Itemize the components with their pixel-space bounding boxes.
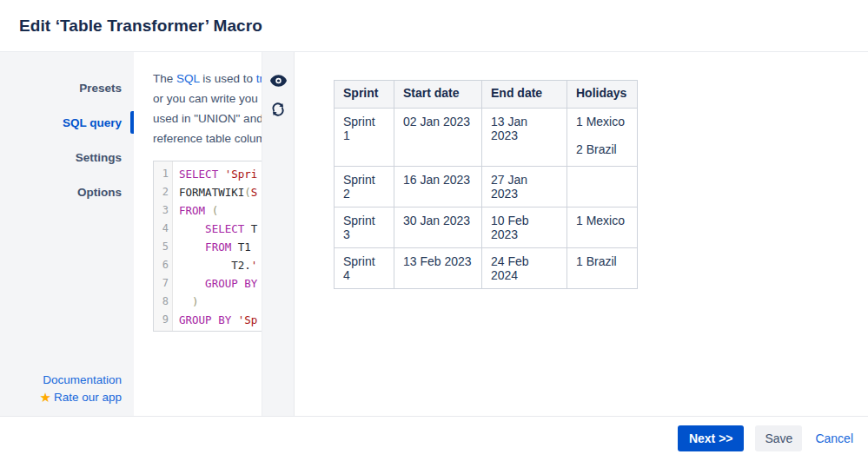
sql-code-editor[interactable]: 123456789 SELECT 'SpriFORMATWIKI(SFROM (… (153, 161, 262, 332)
line-number: 3 (154, 201, 169, 220)
code-line: FORMATWIKI(S (179, 183, 257, 201)
code-line: GROUP BY (179, 274, 257, 293)
table-row: Sprint 413 Feb 202324 Feb 20241 Brazil (335, 248, 638, 289)
table-cell: Sprint 3 (335, 207, 394, 248)
cancel-link[interactable]: Cancel (815, 431, 853, 445)
description-line: reference table colum (153, 128, 262, 148)
eye-icon (270, 75, 287, 87)
code-line: FROM T1 (179, 238, 257, 256)
sidebar-nav: PresetsSQL querySettingsOptions (0, 70, 134, 209)
description-link[interactable]: tr (256, 72, 262, 85)
sidebar-item-sql-query[interactable]: SQL query (0, 105, 134, 140)
preview-eye-button[interactable] (269, 72, 287, 89)
code-line: GROUP BY 'Sp (179, 311, 257, 329)
dialog-body: PresetsSQL querySettingsOptions Document… (0, 52, 868, 417)
line-number: 5 (154, 238, 169, 256)
code-line: ) (179, 293, 257, 311)
table-cell: 10 Feb 2023 (482, 207, 567, 248)
dialog-footer: Next >> Save Cancel (0, 417, 868, 460)
editor-toolbar (262, 52, 295, 416)
documentation-link[interactable]: Documentation (43, 373, 122, 386)
code-line-numbers: 123456789 (154, 161, 173, 331)
table-cell: Sprint 4 (335, 248, 394, 289)
table-row: Sprint 216 Jan 202327 Jan 2023 (335, 167, 638, 207)
code-line: SELECT T (179, 220, 257, 238)
table-header-row: SprintStart dateEnd dateHolidays (335, 81, 638, 109)
sidebar: PresetsSQL querySettingsOptions Document… (0, 52, 134, 416)
preview-table: SprintStart dateEnd dateHolidays Sprint … (334, 80, 638, 289)
save-button[interactable]: Save (755, 425, 802, 451)
sql-editor-panel: The SQL is used to tror you can write yo… (134, 52, 262, 416)
sidebar-links: Documentation ★Rate our app (39, 372, 122, 406)
line-number: 4 (154, 220, 169, 238)
table-row: Sprint 102 Jan 202313 Jan 20231 Mexico2 … (335, 109, 638, 167)
table-header-cell: Holidays (567, 81, 638, 109)
description-line: The SQL is used to tr (153, 69, 262, 89)
code-line: SELECT 'Spri (179, 165, 257, 183)
rate-our-app-link[interactable]: Rate our app (54, 391, 122, 404)
table-cell: 13 Feb 2023 (394, 248, 482, 289)
table-row: Sprint 330 Jan 202310 Feb 20231 Mexico (335, 207, 638, 248)
description-line: used in "UNION" and (153, 109, 262, 128)
sidebar-item-options[interactable]: Options (0, 175, 134, 209)
table-cell: Sprint 2 (335, 167, 394, 207)
table-cell: 16 Jan 2023 (394, 167, 482, 207)
code-line: FROM ( (179, 201, 257, 220)
table-header-cell: Start date (394, 81, 482, 109)
line-number: 2 (154, 183, 169, 201)
line-number: 9 (154, 311, 169, 329)
refresh-button[interactable] (269, 101, 287, 118)
star-icon: ★ (39, 390, 50, 405)
table-cell-holidays: 1 Mexico (567, 207, 638, 248)
sql-description: The SQL is used to tror you can write yo… (153, 69, 262, 148)
result-preview-area: SprintStart dateEnd dateHolidays Sprint … (295, 52, 868, 416)
table-cell: 27 Jan 2023 (482, 167, 567, 207)
table-cell: 13 Jan 2023 (482, 109, 567, 167)
description-link[interactable]: SQL (176, 72, 200, 85)
table-cell: Sprint 1 (335, 109, 394, 167)
line-number: 8 (154, 293, 169, 311)
table-header-cell: Sprint (335, 81, 394, 109)
table-cell: 24 Feb 2024 (482, 248, 567, 289)
sidebar-item-settings[interactable]: Settings (0, 140, 134, 175)
page-title: Edit ‘Table Transformer’ Macro (19, 16, 262, 36)
line-number: 7 (154, 274, 169, 293)
sidebar-item-presets[interactable]: Presets (0, 70, 134, 105)
table-cell: 02 Jan 2023 (394, 109, 482, 167)
code-content[interactable]: SELECT 'SpriFORMATWIKI(SFROM ( SELECT T … (173, 161, 257, 331)
table-header-cell: End date (482, 81, 567, 109)
line-number: 1 (154, 165, 169, 183)
table-cell-holidays (567, 167, 638, 207)
code-line: T2.' (179, 256, 257, 274)
next-button[interactable]: Next >> (678, 425, 745, 451)
table-cell: 30 Jan 2023 (394, 207, 482, 248)
dialog-header: Edit ‘Table Transformer’ Macro (0, 0, 868, 52)
table-cell-holidays: 1 Mexico2 Brazil (567, 109, 638, 167)
refresh-icon (270, 102, 286, 117)
description-line: or you can write you (153, 89, 262, 109)
table-cell-holidays: 1 Brazil (567, 248, 638, 289)
line-number: 6 (154, 256, 169, 274)
